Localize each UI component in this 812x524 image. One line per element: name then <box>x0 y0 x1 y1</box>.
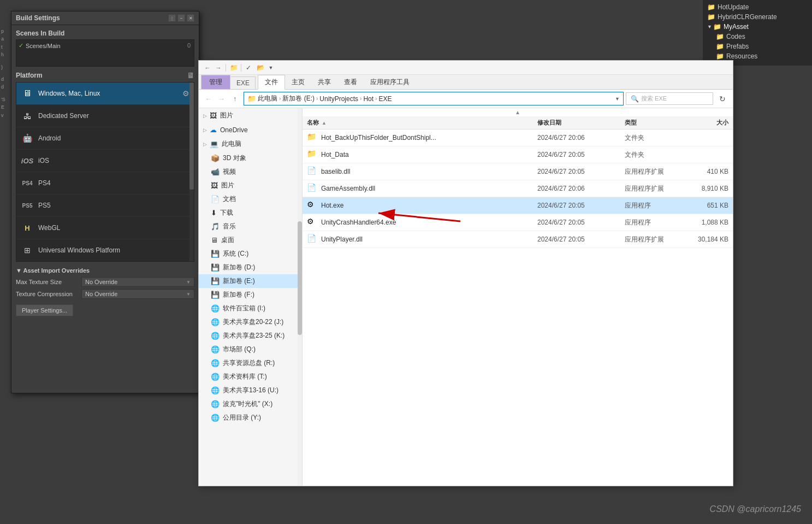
platform-item-webgl[interactable]: H WebGL <box>16 217 194 239</box>
nav-forward-btn[interactable]: → <box>215 92 228 105</box>
platform-item-android[interactable]: 🤖 Android <box>16 127 194 150</box>
file-date-backup: 2024/6/27 20:06 <box>537 134 625 142</box>
file-row-baselib[interactable]: 📄 baselib.dll 2024/6/27 20:05 应用程序扩展 410… <box>303 163 733 180</box>
nav-back-btn[interactable]: ← <box>202 92 215 105</box>
x-drive-icon: 🌐 <box>211 400 220 408</box>
ribbon-tab-exe[interactable]: EXE <box>231 76 256 89</box>
file-row-hotdata[interactable]: 📁 Hot_Data 2024/6/27 20:05 文件夹 <box>303 146 733 163</box>
ribbon-tab-file[interactable]: 文件 <box>258 75 285 90</box>
ribbon-tab-share[interactable]: 共享 <box>311 75 337 89</box>
path-part-drive[interactable]: 新加卷 (E:) <box>282 94 315 103</box>
col-name-header[interactable]: 名称 ▲ <box>307 119 537 127</box>
file-size-baselib: 410 KB <box>679 168 728 175</box>
ribbon-tab-home[interactable]: 主页 <box>285 75 311 89</box>
player-settings-button[interactable]: Player Settings... <box>16 304 73 316</box>
platform-item-uwp[interactable]: ⊞ Universal Windows Platform <box>16 239 194 261</box>
window-menu-btn[interactable]: ⋮ <box>168 14 176 22</box>
platform-item-windows[interactable]: 🖥 Windows, Mac, Linux ⚙ <box>16 83 194 105</box>
nav-item-video[interactable]: 📹 视频 <box>199 165 302 179</box>
nav-up-btn[interactable]: ↑ <box>228 92 241 105</box>
nav-item-thispc[interactable]: ▷ 💻 此电脑 <box>199 137 302 151</box>
file-row-backup[interactable]: 📁 Hot_BackUpThisFolder_ButDontShipl... 2… <box>303 129 733 146</box>
folder-hybridclr[interactable]: 📁 HybridCLRGenerate <box>705 12 810 22</box>
window-minimize-btn[interactable]: − <box>177 14 185 22</box>
nav-item-desktop[interactable]: 🖥 桌面 <box>199 233 302 247</box>
window-close-btn[interactable]: ✕ <box>187 14 194 22</box>
path-part-unity[interactable]: UnityProjects <box>319 95 358 103</box>
nav-item-q[interactable]: 🌐 市场部 (Q:) <box>199 343 302 356</box>
ribbon-separator1 <box>241 64 241 72</box>
nav-item-docs[interactable]: 📄 文档 <box>199 192 302 206</box>
nav-item-downloads[interactable]: ⬇ 下载 <box>199 206 302 220</box>
nav-item-pictures-quick[interactable]: ▷ 🖼 图片 <box>199 108 302 123</box>
nav-item-i[interactable]: 🌐 软件百宝箱 (I:) <box>199 302 302 315</box>
dll-icon-unity: 📄 <box>307 234 318 245</box>
nav-item-3d[interactable]: 📦 3D 对象 <box>199 151 302 165</box>
forward-quickaccess-btn[interactable]: → <box>213 62 224 73</box>
left-nav-scrollbar[interactable] <box>298 108 302 486</box>
file-row-unitydll[interactable]: 📄 UnityPlayer.dll 2024/6/27 20:05 应用程序扩展… <box>303 231 733 248</box>
folder-prefabs[interactable]: 📁 Prefabs <box>705 42 810 51</box>
down-arrow-btn[interactable]: ▼ <box>266 62 275 73</box>
col-type-header[interactable]: 类型 <box>625 119 679 127</box>
nav-item-x[interactable]: 🌐 波克"时光机" (X:) <box>199 397 302 411</box>
folder-hotupdate[interactable]: 📁 HotUpdate <box>705 2 810 12</box>
asset-import-title: ▼ Asset Import Overrides <box>16 267 194 274</box>
nav-item-c[interactable]: 💾 系统 (C:) <box>199 247 302 261</box>
nav-item-r[interactable]: 🌐 共享资源总盘 (R:) <box>199 356 302 370</box>
address-dropdown-arrow[interactable]: ▼ <box>615 96 620 102</box>
nav-item-y[interactable]: 🌐 公用目录 (Y:) <box>199 411 302 425</box>
right-panel: 📁 HotUpdate 📁 HybridCLRGenerate ▼ 📁 MyAs… <box>703 0 812 66</box>
col-date-header[interactable]: 修改日期 <box>537 119 625 127</box>
folder-myasset[interactable]: ▼ 📁 MyAsset <box>705 22 810 32</box>
q-drive-icon: 🌐 <box>211 345 220 354</box>
file-row-gameassembly[interactable]: 📄 GameAssembly.dll 2024/6/27 20:06 应用程序扩… <box>303 180 733 197</box>
file-list-area: ▲ 名称 ▲ 修改日期 类型 大小 📁 <box>303 108 733 486</box>
nav-item-t[interactable]: 🌐 美术资料库 (T:) <box>199 370 302 384</box>
address-bar: ← → ↑ 📁 此电脑 › 新加卷 (E:) › UnityProjects ›… <box>199 90 733 108</box>
col-size-header[interactable]: 大小 <box>679 119 728 127</box>
folder-icon-btn[interactable]: 📁 <box>228 62 240 73</box>
folder-codes[interactable]: 📁 Codes <box>705 32 810 42</box>
ribbon-tab-manage[interactable]: 管理 <box>201 75 230 89</box>
platform-item-ps4[interactable]: PS4 PS4 <box>16 172 194 195</box>
path-part-hot[interactable]: Hot <box>363 95 374 103</box>
build-settings-titlebar: Build Settings ⋮ − ✕ <box>11 11 199 25</box>
platform-item-ios[interactable]: iOS iOS <box>16 150 194 172</box>
nav-expand-icon3: ▷ <box>203 142 209 147</box>
nav-item-pictures[interactable]: 🖼 图片 <box>199 179 302 192</box>
platform-label: Platform 🖥 <box>16 71 194 80</box>
ribbon-tab-apptools[interactable]: 应用程序工具 <box>364 75 416 89</box>
file-row-hotexe[interactable]: ⚙ Hot.exe 2024/6/27 20:05 应用程序 651 KB <box>303 197 733 214</box>
back-quickaccess-btn[interactable]: ← <box>202 62 213 73</box>
ribbon-tab-view[interactable]: 查看 <box>337 75 364 89</box>
nav-item-e[interactable]: 💾 新加卷 (E:) <box>199 274 302 288</box>
file-row-crashhandler[interactable]: ⚙ UnityCrashHandler64.exe 2024/6/27 20:0… <box>303 214 733 231</box>
nav-item-u[interactable]: 🌐 美术共享13-16 (U:) <box>199 384 302 397</box>
ios-icon: iOS <box>21 154 34 167</box>
platform-item-ps5[interactable]: PS5 PS5 <box>16 195 194 217</box>
platform-item-dedicated[interactable]: 🖧 Dedicated Server <box>16 105 194 127</box>
exe-icon-crash: ⚙ <box>307 217 318 228</box>
check-icon-btn[interactable]: ✓ <box>242 62 254 73</box>
address-path-bar[interactable]: 📁 此电脑 › 新加卷 (E:) › UnityProjects › Hot ›… <box>244 92 624 105</box>
nav-item-f[interactable]: 💾 新加卷 (F:) <box>199 288 302 302</box>
max-texture-select[interactable]: No Override ▼ <box>81 277 194 287</box>
texture-compression-select[interactable]: No Override ▼ <box>81 289 194 299</box>
platform-scrollbar[interactable] <box>189 83 194 261</box>
dropdown-arrow2-icon: ▼ <box>186 292 191 297</box>
search-box[interactable]: 🔍 搜索 EXE <box>626 92 713 105</box>
file-name-gameassembly: GameAssembly.dll <box>321 185 537 192</box>
pictures-quick-icon: 🖼 <box>210 111 217 120</box>
nav-item-music[interactable]: 🎵 音乐 <box>199 220 302 233</box>
scene-item[interactable]: ✓ Scenes/Main <box>19 42 192 49</box>
folder2-icon-btn[interactable]: 📂 <box>254 62 266 73</box>
path-part-computer[interactable]: 此电脑 <box>258 94 277 103</box>
path-part-exe[interactable]: EXE <box>378 95 392 103</box>
nav-item-k[interactable]: 🌐 美术共享盘23-25 (K:) <box>199 329 302 343</box>
file-name-baselib: baselib.dll <box>321 168 537 175</box>
refresh-btn[interactable]: ↻ <box>715 92 730 106</box>
nav-item-j[interactable]: 🌐 美术共享盘20-22 (J:) <box>199 315 302 329</box>
nav-item-d[interactable]: 💾 新加卷 (D:) <box>199 261 302 274</box>
nav-item-onedrive[interactable]: ▷ ☁ OneDrive <box>199 123 302 137</box>
